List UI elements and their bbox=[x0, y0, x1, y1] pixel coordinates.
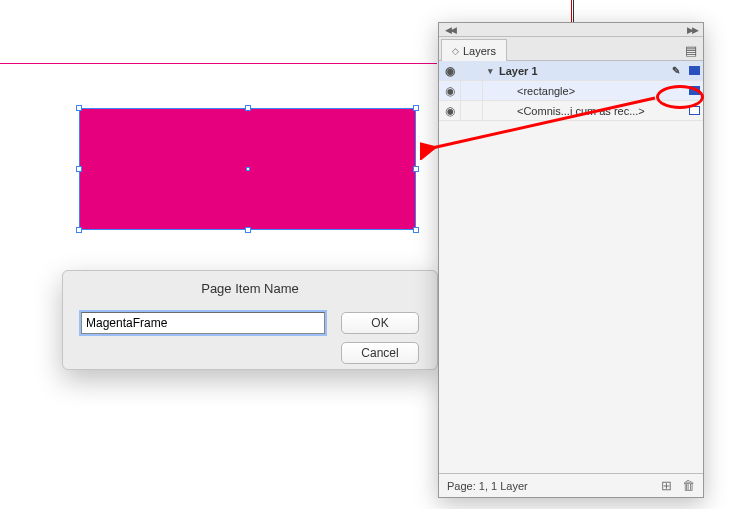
disclosure-triangle-icon[interactable]: ▾ bbox=[483, 66, 497, 76]
page-item-name-dialog: Page Item Name OK Cancel bbox=[62, 270, 438, 370]
visibility-toggle-icon[interactable]: ◉ bbox=[439, 101, 461, 120]
lock-cell[interactable] bbox=[461, 101, 483, 120]
selection-handle-ne[interactable] bbox=[413, 105, 419, 111]
selection-handle-w[interactable] bbox=[76, 166, 82, 172]
layer-row[interactable]: ◉ ▾ Layer 1 ✎ bbox=[439, 61, 703, 81]
tab-layers[interactable]: ◇ Layers bbox=[441, 39, 507, 61]
selection-swatch-icon[interactable] bbox=[689, 66, 700, 75]
new-layer-icon[interactable]: ⊞ bbox=[661, 478, 672, 493]
visibility-toggle-icon[interactable]: ◉ bbox=[439, 61, 461, 80]
layer-name[interactable]: Layer 1 bbox=[497, 65, 667, 77]
item-name-input[interactable] bbox=[81, 312, 325, 334]
selection-center-icon bbox=[246, 167, 250, 171]
tab-label: Layers bbox=[463, 45, 496, 57]
item-name[interactable]: <rectangle> bbox=[497, 85, 667, 97]
visibility-toggle-icon[interactable]: ◉ bbox=[439, 81, 461, 100]
ok-button[interactable]: OK bbox=[341, 312, 419, 334]
panel-collapse-left-icon[interactable]: ◀◀ bbox=[445, 25, 455, 35]
panel-tab-bar: ◇ Layers bbox=[439, 37, 703, 61]
layer-list: ◉ ▾ Layer 1 ✎ ◉ <rectangle> ◉ <Comnis...… bbox=[439, 61, 703, 473]
selection-handle-sw[interactable] bbox=[76, 227, 82, 233]
selection-handle-s[interactable] bbox=[245, 227, 251, 233]
selection-swatch-icon[interactable] bbox=[689, 106, 700, 115]
dialog-title: Page Item Name bbox=[63, 281, 437, 296]
cancel-button[interactable]: Cancel bbox=[341, 342, 419, 364]
selection-handle-se[interactable] bbox=[413, 227, 419, 233]
delete-layer-icon[interactable]: 🗑 bbox=[682, 478, 695, 493]
panel-topbar: ◀◀ ▶▶ bbox=[439, 23, 703, 37]
item-name[interactable]: <Comnis...i cum as rec...> bbox=[497, 105, 667, 117]
panel-collapse-right-icon[interactable]: ▶▶ bbox=[687, 25, 697, 35]
selection-handle-nw[interactable] bbox=[76, 105, 82, 111]
lock-cell[interactable] bbox=[461, 81, 483, 100]
footer-status: Page: 1, 1 Layer bbox=[447, 480, 528, 492]
layers-panel: ◀◀ ▶▶ ◇ Layers ▤ ◉ ▾ Layer 1 ✎ ◉ <rectan… bbox=[438, 22, 704, 498]
sort-icon: ◇ bbox=[452, 46, 459, 56]
horizontal-guide bbox=[0, 63, 437, 64]
selection-swatch-icon[interactable] bbox=[689, 86, 700, 95]
panel-footer: Page: 1, 1 Layer ⊞ 🗑 bbox=[439, 473, 703, 497]
panel-menu-icon[interactable]: ▤ bbox=[685, 43, 697, 58]
selection-handle-e[interactable] bbox=[413, 166, 419, 172]
lock-cell[interactable] bbox=[461, 61, 483, 80]
layer-item-row[interactable]: ◉ <Comnis...i cum as rec...> bbox=[439, 101, 703, 121]
current-layer-pen-icon: ✎ bbox=[667, 65, 685, 76]
selection-handle-n[interactable] bbox=[245, 105, 251, 111]
canvas-rectangle[interactable] bbox=[80, 109, 415, 229]
layer-item-row[interactable]: ◉ <rectangle> bbox=[439, 81, 703, 101]
